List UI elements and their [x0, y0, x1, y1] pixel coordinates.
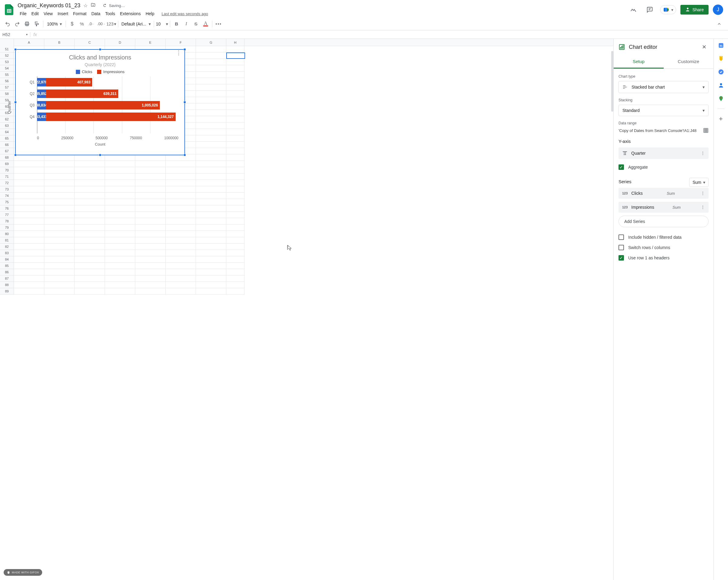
zoom-select[interactable]: 100%▾ [45, 22, 64, 26]
cell[interactable] [196, 97, 226, 103]
strikethrough-button[interactable]: S [191, 20, 201, 28]
row-header[interactable]: 67 [0, 148, 14, 154]
cell[interactable] [165, 186, 196, 193]
print-button[interactable] [22, 20, 31, 28]
cell[interactable] [105, 199, 135, 205]
cell[interactable] [196, 244, 226, 250]
row-header[interactable]: 63 [0, 123, 14, 129]
cell[interactable] [135, 205, 165, 212]
row-header[interactable]: 83 [0, 250, 14, 256]
cell[interactable] [196, 148, 226, 154]
cell[interactable] [196, 282, 226, 288]
cell[interactable] [226, 72, 244, 78]
cell[interactable] [135, 212, 165, 218]
cell[interactable] [135, 180, 165, 186]
comments-icon[interactable] [644, 4, 656, 16]
row-header[interactable]: 79 [0, 225, 14, 231]
cell[interactable] [226, 142, 244, 148]
row-header[interactable]: 74 [0, 193, 14, 199]
row-header[interactable]: 78 [0, 218, 14, 225]
cell[interactable] [135, 167, 165, 174]
cell[interactable] [196, 205, 226, 212]
cell[interactable] [14, 199, 44, 205]
cell[interactable] [226, 103, 244, 110]
cell[interactable] [165, 250, 196, 256]
cell[interactable] [105, 263, 135, 269]
keep-icon[interactable] [718, 55, 724, 62]
spreadsheet-grid[interactable]: A B C D E F G H 515253545556575859606162… [0, 39, 613, 580]
col-header[interactable]: C [75, 39, 105, 46]
cell[interactable] [14, 212, 44, 218]
col-header[interactable]: E [135, 39, 165, 46]
cell[interactable] [135, 174, 165, 180]
stacking-select[interactable]: Standard ▾ [619, 105, 709, 116]
cell[interactable] [226, 161, 244, 167]
cell[interactable] [135, 269, 165, 275]
cell[interactable] [226, 282, 244, 288]
cell[interactable] [165, 225, 196, 231]
cell[interactable] [165, 263, 196, 269]
cell[interactable] [14, 256, 44, 263]
text-color-button[interactable]: A [201, 20, 210, 28]
row-header[interactable]: 87 [0, 275, 14, 282]
cell[interactable] [196, 46, 226, 52]
redo-button[interactable] [13, 20, 22, 28]
cell[interactable] [165, 167, 196, 174]
calendar-icon[interactable]: 31 [718, 42, 724, 49]
font-select[interactable]: Default (Ari...▾ [120, 22, 152, 26]
include-hidden-checkbox[interactable] [619, 235, 624, 240]
cell[interactable] [75, 161, 105, 167]
cell[interactable] [165, 199, 196, 205]
series-more-icon[interactable]: ⋮ [701, 205, 705, 210]
cell[interactable] [196, 52, 226, 59]
row-header[interactable]: 64 [0, 129, 14, 135]
cell[interactable] [14, 205, 44, 212]
cell[interactable] [105, 244, 135, 250]
cell[interactable] [75, 288, 105, 294]
cell[interactable] [135, 199, 165, 205]
col-header[interactable]: F [165, 39, 196, 46]
yaxis-more-icon[interactable]: ⋮ [701, 151, 705, 156]
cell[interactable] [44, 154, 75, 161]
last-edit-link[interactable]: Last edit was seconds ago [160, 10, 210, 17]
cell[interactable] [105, 212, 135, 218]
cell[interactable] [44, 161, 75, 167]
row-header[interactable]: 88 [0, 282, 14, 288]
cell[interactable] [226, 186, 244, 193]
cell[interactable] [44, 225, 75, 231]
cell[interactable] [196, 225, 226, 231]
embedded-chart[interactable]: ⋮ Clicks and Impressions Quarterly (2022… [15, 49, 185, 155]
cell[interactable] [226, 97, 244, 103]
vertical-scrollbar[interactable] [611, 51, 613, 112]
cell[interactable] [196, 250, 226, 256]
bold-button[interactable]: B [172, 20, 181, 28]
cell[interactable] [226, 269, 244, 275]
menu-help[interactable]: Help [144, 10, 157, 17]
cell[interactable] [165, 161, 196, 167]
series-more-icon[interactable]: ⋮ [701, 191, 705, 196]
row-header[interactable]: 73 [0, 186, 14, 193]
cell[interactable] [196, 212, 226, 218]
cell[interactable] [226, 167, 244, 174]
cell[interactable] [226, 110, 244, 116]
maps-icon[interactable] [718, 95, 724, 102]
cell[interactable] [196, 288, 226, 294]
row-header[interactable]: 85 [0, 263, 14, 269]
cell[interactable] [196, 218, 226, 225]
add-addon-icon[interactable]: + [718, 115, 724, 122]
row-header[interactable]: 69 [0, 161, 14, 167]
cell[interactable] [14, 263, 44, 269]
cell[interactable] [44, 263, 75, 269]
row-header[interactable]: 56 [0, 78, 14, 84]
cell[interactable] [226, 129, 244, 135]
cell[interactable] [196, 174, 226, 180]
cell[interactable] [226, 84, 244, 91]
cell[interactable] [135, 282, 165, 288]
doc-title[interactable]: Organic_Keywords 01_23 [18, 2, 80, 9]
cell[interactable] [135, 250, 165, 256]
cell[interactable] [196, 103, 226, 110]
menu-view[interactable]: View [42, 10, 55, 17]
cell[interactable] [75, 250, 105, 256]
cell[interactable] [105, 282, 135, 288]
cell[interactable] [226, 225, 244, 231]
